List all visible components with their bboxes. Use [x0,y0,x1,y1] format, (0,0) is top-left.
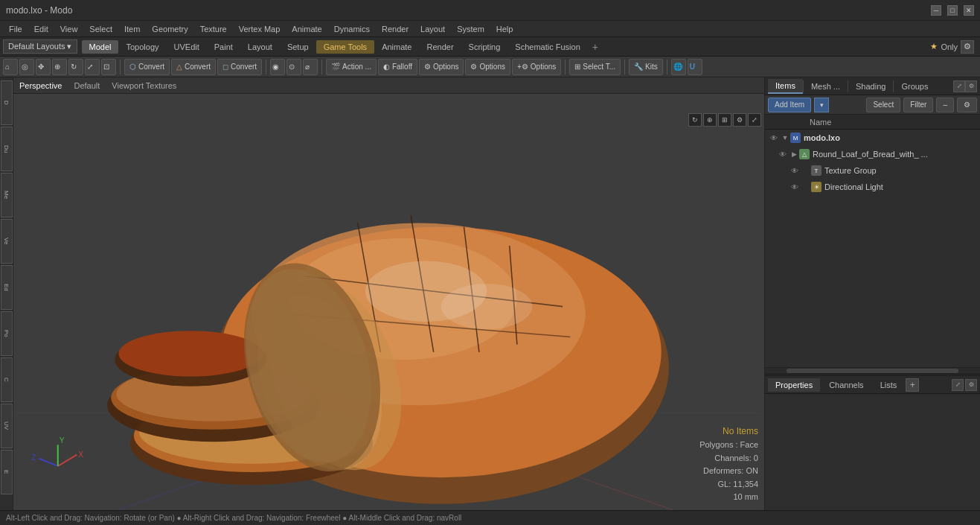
menu-help[interactable]: Help [490,23,519,35]
close-btn[interactable]: ✕ [964,5,974,16]
menu-texture[interactable]: Texture [194,23,233,35]
mirror-btn[interactable]: ⊡ [101,59,116,75]
select-loop-btn[interactable]: ◎ [19,59,34,75]
menu-animate[interactable]: Animate [286,23,327,35]
home-btn[interactable]: ⌂ [3,59,18,75]
menu-file[interactable]: File [3,23,28,35]
select-btn[interactable]: Select [866,98,900,112]
left-tab-8[interactable]: UV [1,404,13,448]
layout-tab-setup[interactable]: Setup [280,40,316,54]
options-btn-2[interactable]: ⚙ Options [465,59,510,75]
layout-add-tab[interactable]: + [588,39,603,54]
left-tab-3[interactable]: Me [1,173,13,217]
layout-tab-paint[interactable]: Paint [207,40,240,54]
scale-btn[interactable]: ⤢ [85,59,100,75]
render-icon-btn[interactable]: 🌐 [671,59,686,75]
item-row-light[interactable]: 👁 ▶ ☀ Directional Light [765,179,980,195]
action-btn[interactable]: 🎬 Action ... [326,59,377,75]
items-settings-btn[interactable]: ⚙ [957,98,977,112]
menu-dynamics[interactable]: Dynamics [328,23,376,35]
falloff-btn[interactable]: ◐ Falloff [378,59,417,75]
filter-btn[interactable]: Filter [903,98,933,112]
layout-tab-topology[interactable]: Topology [118,40,166,54]
eye-icon-modofile[interactable]: 👁 [768,132,780,144]
transform-btn[interactable]: ✥ [36,59,51,75]
prop-tab-properties[interactable]: Properties [768,378,820,392]
vp-ctrl-zoom[interactable]: ⊕ [703,113,717,127]
settings-btn[interactable]: ⚙ [961,40,974,54]
items-minus-btn[interactable]: – [936,98,954,112]
prop-add-btn[interactable]: + [906,378,919,392]
bevel-btn[interactable]: ⌀ [303,59,318,75]
viewport[interactable]: Perspective Default Viewport Textures [13,77,764,510]
menu-vertexmap[interactable]: Vertex Map [233,23,286,35]
menu-system[interactable]: System [451,23,490,35]
panel-expand-btn[interactable]: ⤢ [953,80,965,92]
prop-tab-lists[interactable]: Lists [873,378,905,392]
convert-btn-2[interactable]: △ Convert [171,59,216,75]
tab-shading[interactable]: Shading [848,80,893,93]
left-tab-7[interactable]: C [1,357,13,402]
minimize-btn[interactable]: ─ [931,5,941,16]
panel-gear-btn[interactable]: ⚙ [965,80,977,92]
sphere-tool-btn[interactable]: ◉ [270,59,285,75]
menu-edit[interactable]: Edit [28,23,54,35]
left-tab-1[interactable]: D [1,80,13,125]
menu-item[interactable]: Item [118,23,146,35]
add-item-btn[interactable]: Add Item [768,98,811,112]
menu-geometry[interactable]: Geometry [146,23,193,35]
item-row-modofile[interactable]: 👁 ▼ M modo.lxo [765,130,980,146]
layout-tab-render[interactable]: Render [419,40,461,54]
select-t-btn[interactable]: ⊞ Select T... [569,59,621,75]
layout-tab-animate[interactable]: Animate [374,40,419,54]
move-btn[interactable]: ⊕ [52,59,67,75]
item-row-breadmesh[interactable]: 👁 ▶ △ Round_Loaf_of_Bread_with_ ... [765,146,980,162]
convert-btn-3[interactable]: ◻ Convert [217,59,262,75]
left-tab-4[interactable]: Ve [1,219,13,264]
menu-layout[interactable]: Layout [414,23,451,35]
rotate-btn[interactable]: ↻ [68,59,83,75]
menu-view[interactable]: View [54,23,84,35]
left-tab-6[interactable]: Po [1,311,13,356]
vp-ctrl-settings[interactable]: ⚙ [733,113,746,127]
vp-ctrl-rotate[interactable]: ↻ [688,113,702,127]
prop-expand-btn[interactable]: ⤢ [952,379,964,391]
vp-ctrl-pan[interactable]: ⊞ [718,113,731,127]
loop-tool-btn[interactable]: ⊙ [286,59,301,75]
left-tab-5[interactable]: Ed [1,265,13,310]
eye-icon-breadmesh[interactable]: 👁 [777,148,789,160]
default-layouts-dropdown[interactable]: Default Layouts ▾ [3,39,77,54]
expand-modofile[interactable]: ▼ [780,133,790,143]
kits-btn[interactable]: 🔧 Kits [629,59,663,75]
eye-icon-light[interactable]: 👁 [789,181,801,193]
add-item-dropdown[interactable]: ▾ [814,98,829,112]
options-btn-1[interactable]: ⚙ Options [419,59,464,75]
layout-tab-schematic[interactable]: Schematic Fusion [507,40,587,54]
tab-items[interactable]: Items [768,79,803,94]
vp-perspective-label[interactable]: Perspective [19,81,62,90]
layout-tab-gametools[interactable]: Game Tools [316,40,375,54]
vp-textures-label[interactable]: Viewport Textures [112,81,176,90]
left-tab-9[interactable]: E [1,450,13,494]
maximize-btn[interactable]: □ [947,5,958,16]
menu-select[interactable]: Select [83,23,118,35]
ue-btn[interactable]: U [688,59,702,75]
expand-breadmesh[interactable]: ▶ [789,149,799,159]
prop-gear-btn[interactable]: ⚙ [965,379,977,391]
tab-mesh[interactable]: Mesh ... [804,80,848,93]
layout-tab-uvedit[interactable]: UVEdit [167,40,207,54]
tab-groups[interactable]: Groups [894,80,935,93]
eye-icon-texturegroup[interactable]: 👁 [789,165,801,176]
layout-tab-layout[interactable]: Layout [240,40,280,54]
layout-tab-scripting[interactable]: Scripting [461,40,508,54]
vp-default-label[interactable]: Default [74,81,100,90]
vp-ctrl-expand[interactable]: ⤢ [748,113,761,127]
item-row-texturegroup[interactable]: 👁 ▶ T Texture Group [765,162,980,179]
convert-btn-1[interactable]: ⬡ Convert [124,59,170,75]
prop-tab-channels[interactable]: Channels [822,378,871,392]
layout-tab-model[interactable]: Model [82,40,119,54]
options-btn-3[interactable]: +⚙ Options [512,59,561,75]
window-controls: ─ □ ✕ [931,5,974,16]
menu-render[interactable]: Render [376,23,414,35]
left-tab-2[interactable]: Du [1,127,13,171]
